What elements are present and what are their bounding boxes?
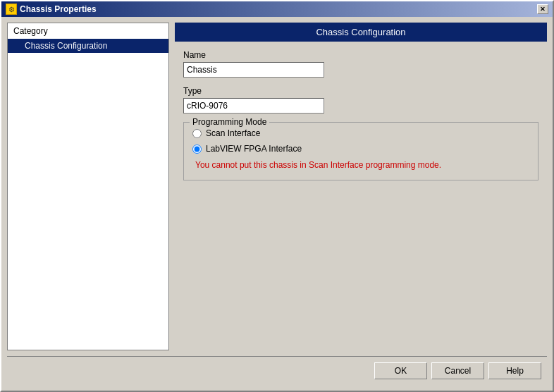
info-text: You cannot put this chassis in Scan Inte… <box>192 159 529 171</box>
type-input[interactable] <box>183 98 324 114</box>
sidebar: Category Chassis Configuration <box>7 23 169 350</box>
scan-interface-radio[interactable] <box>192 129 202 138</box>
main-area: Category Chassis Configuration Chassis C… <box>7 23 547 350</box>
programming-mode-group: Programming Mode Scan Interface LabVIEW … <box>183 122 538 180</box>
title-bar: ⚙ Chassis Properties ✕ <box>1 1 553 17</box>
category-label: Category <box>8 23 168 39</box>
window-content: Category Chassis Configuration Chassis C… <box>1 17 553 391</box>
title-buttons: ✕ <box>537 4 548 14</box>
name-field-group: Name <box>183 50 538 78</box>
form-area: Name Type Programming Mode Scan Interfac… <box>175 50 547 180</box>
labview-fpga-label[interactable]: LabVIEW FPGA Interface <box>206 144 302 154</box>
close-button[interactable]: ✕ <box>537 4 548 14</box>
name-input[interactable] <box>183 62 324 78</box>
window-icon: ⚙ <box>6 4 17 15</box>
content-area: Chassis Configuration Name Type Programm… <box>175 23 547 350</box>
labview-fpga-radio-row: LabVIEW FPGA Interface <box>192 144 529 154</box>
sidebar-item-chassis-configuration[interactable]: Chassis Configuration <box>8 39 168 53</box>
type-field-group: Type <box>183 86 538 114</box>
scan-interface-radio-row: Scan Interface <box>192 128 529 138</box>
window-title: Chassis Properties <box>20 4 97 14</box>
title-bar-left: ⚙ Chassis Properties <box>6 4 97 15</box>
programming-mode-legend: Programming Mode <box>190 117 269 127</box>
ok-button[interactable]: OK <box>374 362 427 379</box>
help-button[interactable]: Help <box>488 362 541 379</box>
name-label: Name <box>183 50 538 60</box>
content-header: Chassis Configuration <box>175 23 547 42</box>
chassis-properties-window: ⚙ Chassis Properties ✕ Category Chassis … <box>0 0 554 392</box>
scan-interface-label[interactable]: Scan Interface <box>206 128 260 138</box>
type-label: Type <box>183 86 538 96</box>
cancel-button[interactable]: Cancel <box>431 362 484 379</box>
bottom-bar: OK Cancel Help <box>7 356 547 385</box>
labview-fpga-radio[interactable] <box>192 145 202 154</box>
